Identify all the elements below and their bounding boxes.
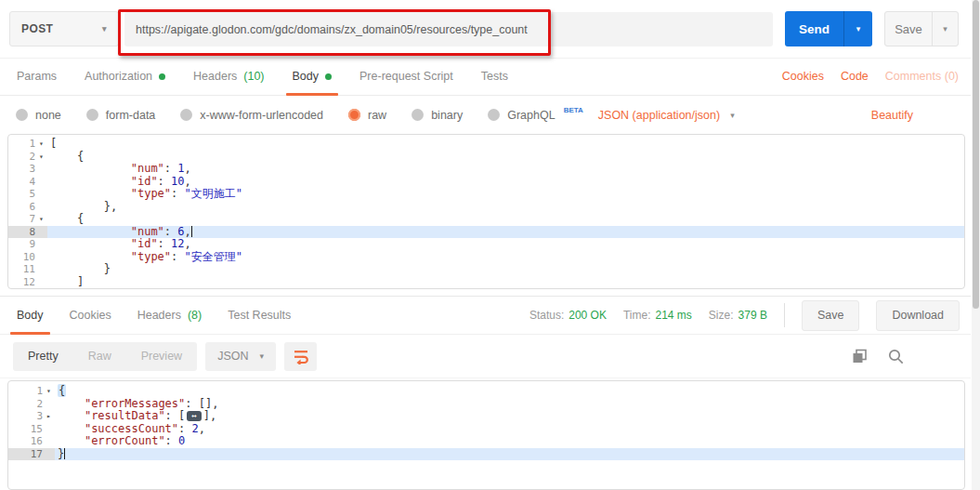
- beta-badge: BETA: [564, 106, 583, 114]
- request-body-editor[interactable]: 1▾[2▾ {3 "num": 1,4 "id": 10,5 "type": "…: [7, 134, 965, 289]
- radio-icon: [348, 109, 360, 121]
- code-line: 2 "errorMessages": [],: [8, 398, 964, 411]
- radio-label: none: [35, 109, 61, 122]
- response-tabs: BodyCookiesHeaders(8)Test Results: [17, 297, 291, 334]
- body-type-none[interactable]: none: [16, 109, 61, 122]
- content-type-dropdown[interactable]: JSON (application/json) ▾: [598, 109, 735, 122]
- code-line-content[interactable]: "type": "文明施工": [47, 188, 964, 201]
- copy-icon[interactable]: [852, 349, 868, 364]
- tab-pre-request-script[interactable]: Pre-request Script: [359, 58, 453, 95]
- response-toolbar: PrettyRawPreview JSON ▾: [0, 335, 971, 378]
- tab-headers[interactable]: Headers(10): [193, 58, 264, 95]
- code-line-content[interactable]: }: [55, 448, 964, 461]
- response-body-editor[interactable]: 1▾{2 "errorMessages": [],3▸ "resultData"…: [7, 380, 965, 490]
- gutter-cell: 12: [8, 276, 47, 289]
- code-line: 3▸ "resultData": [↔],: [8, 410, 964, 423]
- tab-count: (8): [188, 309, 202, 322]
- send-options-button[interactable]: ▾: [843, 11, 872, 46]
- code-line-content[interactable]: }: [47, 263, 964, 276]
- body-type-raw[interactable]: raw: [348, 109, 386, 122]
- scrollbar-thumb[interactable]: [973, 0, 979, 309]
- code-line: 4 "id": 10,: [8, 176, 964, 189]
- fold-arrow-icon[interactable]: ▾: [43, 385, 55, 398]
- fold-arrow-icon[interactable]: ▸: [43, 410, 55, 423]
- tab-body[interactable]: Body: [17, 297, 44, 334]
- divider: [784, 303, 785, 327]
- gutter-cell: 3: [8, 163, 47, 176]
- text-cursor: [64, 448, 65, 459]
- body-type-binary[interactable]: binary: [412, 109, 463, 122]
- code-line-content[interactable]: "num": 6,: [47, 226, 964, 239]
- code-line-content[interactable]: {: [47, 151, 964, 164]
- tab-test-results[interactable]: Test Results: [228, 297, 291, 334]
- response-view-switch: PrettyRawPreview: [13, 342, 197, 371]
- tab-body[interactable]: Body: [293, 58, 333, 95]
- view-pretty[interactable]: Pretty: [13, 350, 73, 363]
- gutter-cell: 15: [8, 423, 55, 436]
- view-raw[interactable]: Raw: [73, 350, 126, 363]
- save-options-button[interactable]: ▾: [932, 12, 958, 46]
- line-number: 17: [22, 448, 43, 461]
- code-line-content[interactable]: ]: [47, 276, 964, 289]
- chevron-down-icon: ▾: [259, 351, 264, 361]
- code-line-content[interactable]: "type": "安全管理": [47, 251, 964, 264]
- tab-tests[interactable]: Tests: [481, 58, 508, 95]
- tab-count: (10): [243, 70, 264, 83]
- code-line-content[interactable]: "id": 10,: [47, 176, 964, 189]
- download-response-button[interactable]: Download: [876, 300, 960, 331]
- code-link[interactable]: Code: [841, 70, 869, 83]
- beautify-link[interactable]: Beautify: [871, 109, 913, 122]
- view-preview[interactable]: Preview: [126, 350, 197, 363]
- fold-arrow-icon[interactable]: ▾: [35, 151, 47, 164]
- code-line-content[interactable]: "successCount": 2,: [55, 423, 964, 436]
- fold-arrow-icon[interactable]: ▾: [35, 138, 47, 151]
- save-response-button[interactable]: Save: [802, 300, 860, 331]
- code-line-content[interactable]: "id": 12,: [47, 238, 964, 251]
- body-type-form-data[interactable]: form-data: [86, 109, 156, 122]
- code-line-content[interactable]: [: [47, 138, 964, 151]
- tab-cookies[interactable]: Cookies: [70, 297, 111, 334]
- code-line: 1▾[: [8, 138, 964, 151]
- tab-label: Test Results: [228, 309, 291, 322]
- method-select[interactable]: POST ▾: [9, 11, 119, 46]
- body-type-graphql[interactable]: GraphQLBETA: [488, 109, 583, 122]
- gutter-cell: 1▾: [8, 138, 47, 151]
- wrap-lines-button[interactable]: [284, 342, 317, 371]
- tab-authorization[interactable]: Authorization: [85, 58, 165, 95]
- gutter-cell: 3▸: [8, 410, 55, 423]
- code-line-content[interactable]: {: [47, 213, 964, 226]
- save-button[interactable]: Save: [885, 12, 932, 46]
- body-type-x-www-form-urlencoded[interactable]: x-www-form-urlencoded: [180, 109, 323, 122]
- response-format-dropdown[interactable]: JSON ▾: [205, 342, 276, 371]
- code-line-content[interactable]: "errorCount": 0: [55, 435, 964, 448]
- line-number: 16: [22, 435, 43, 448]
- radio-label: x-www-form-urlencoded: [200, 109, 323, 122]
- gutter-cell: 4: [8, 176, 47, 189]
- format-label: JSON: [217, 350, 248, 363]
- send-button[interactable]: Send: [785, 11, 843, 46]
- line-number: 4: [15, 176, 35, 189]
- collapsed-content-badge[interactable]: ↔: [187, 411, 201, 421]
- code-line-content[interactable]: },: [47, 201, 964, 214]
- radio-icon: [86, 109, 98, 121]
- code-line: 2▾ {: [8, 151, 964, 164]
- code-line: 12 ]: [8, 276, 964, 289]
- url-input[interactable]: [124, 12, 773, 46]
- search-icon[interactable]: [888, 349, 904, 364]
- code-line: 1▾{: [8, 385, 964, 398]
- tab-headers[interactable]: Headers(8): [137, 297, 203, 334]
- scrollbar[interactable]: [972, 0, 980, 490]
- code-line: 15 "successCount": 2,: [8, 423, 964, 436]
- cookies-link[interactable]: Cookies: [782, 70, 824, 83]
- gutter-cell: 17: [8, 448, 55, 461]
- code-line: 10 "type": "安全管理": [8, 251, 964, 264]
- code-line-content[interactable]: {: [55, 385, 964, 398]
- fold-arrow-icon[interactable]: ▾: [35, 213, 47, 226]
- save-split-button: Save ▾: [884, 11, 959, 46]
- code-line-content[interactable]: "num": 1,: [47, 163, 964, 176]
- comments-0-link[interactable]: Comments (0): [885, 70, 959, 83]
- code-line-content[interactable]: "resultData": [↔],: [55, 410, 964, 423]
- code-line-content[interactable]: "errorMessages": [],: [55, 398, 964, 411]
- line-number: 2: [22, 398, 43, 411]
- tab-params[interactable]: Params: [17, 58, 57, 95]
